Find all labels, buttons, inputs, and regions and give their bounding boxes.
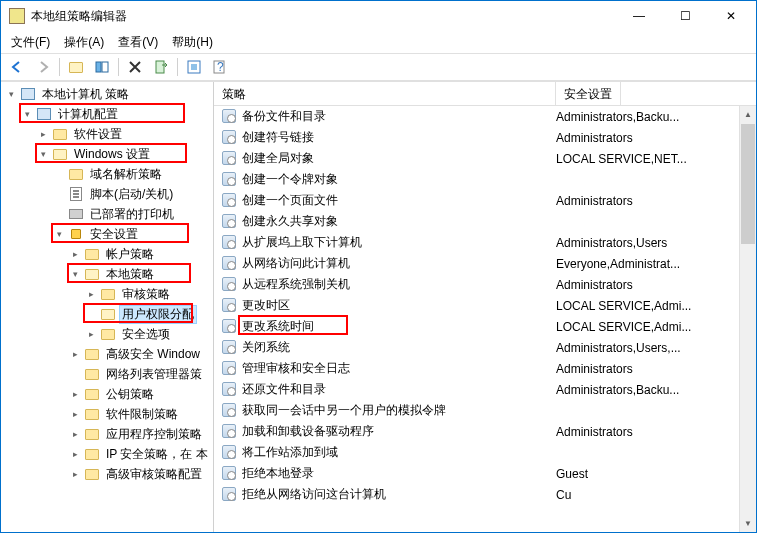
list-row[interactable]: 创建一个页面文件Administrators bbox=[214, 190, 756, 211]
tree-item[interactable]: ▾安全设置 bbox=[1, 224, 213, 244]
list-row[interactable]: 从网络访问此计算机Everyone,Administrat... bbox=[214, 253, 756, 274]
policy-name: 更改时区 bbox=[242, 297, 290, 314]
list-row[interactable]: 创建全局对象LOCAL SERVICE,NET... bbox=[214, 148, 756, 169]
expand-icon[interactable]: ▾ bbox=[53, 228, 65, 240]
tree-item[interactable]: ▸公钥策略 bbox=[1, 384, 213, 404]
up-icon[interactable] bbox=[64, 56, 88, 78]
expand-icon[interactable]: ▸ bbox=[69, 448, 81, 460]
expand-icon[interactable]: ▾ bbox=[5, 88, 17, 100]
list-row[interactable]: 还原文件和目录Administrators,Backu... bbox=[214, 379, 756, 400]
menu-file[interactable]: 文件(F) bbox=[5, 32, 56, 53]
scroll-down-icon[interactable]: ▼ bbox=[740, 515, 756, 532]
list-row[interactable]: 创建一个令牌对象 bbox=[214, 169, 756, 190]
expand-icon[interactable]: ▸ bbox=[85, 288, 97, 300]
tree-item[interactable]: ▸帐户策略 bbox=[1, 244, 213, 264]
tree-item[interactable]: 网络列表管理器策 bbox=[1, 364, 213, 384]
export-icon[interactable] bbox=[149, 56, 173, 78]
tree-item[interactable]: ▸软件限制策略 bbox=[1, 404, 213, 424]
policy-name: 拒绝本地登录 bbox=[242, 465, 314, 482]
expand-icon[interactable]: ▸ bbox=[85, 328, 97, 340]
toolbar-separator bbox=[118, 58, 119, 76]
list-body[interactable]: 备份文件和目录Administrators,Backu...创建符号链接Admi… bbox=[214, 106, 756, 532]
tree-item[interactable]: ▸高级审核策略配置 bbox=[1, 464, 213, 484]
column-header-security[interactable]: 安全设置 bbox=[556, 82, 621, 105]
minimize-button[interactable]: — bbox=[616, 2, 662, 30]
security-setting: Administrators,Users,... bbox=[556, 341, 756, 355]
expand-icon[interactable]: ▾ bbox=[21, 108, 33, 120]
scroll-up-icon[interactable]: ▲ bbox=[740, 106, 756, 123]
tree-item[interactable]: ▸安全选项 bbox=[1, 324, 213, 344]
expand-icon[interactable]: ▸ bbox=[69, 348, 81, 360]
vertical-scrollbar[interactable]: ▲ ▼ bbox=[739, 106, 756, 532]
tree-item-label: 软件限制策略 bbox=[103, 405, 181, 424]
security-setting: Administrators,Users bbox=[556, 236, 756, 250]
tree-item[interactable]: 域名解析策略 bbox=[1, 164, 213, 184]
list-row[interactable]: 更改时区LOCAL SERVICE,Admi... bbox=[214, 295, 756, 316]
security-setting: LOCAL SERVICE,NET... bbox=[556, 152, 756, 166]
policy-icon bbox=[222, 109, 238, 125]
tree-item[interactable]: ▾Windows 设置 bbox=[1, 144, 213, 164]
list-row[interactable]: 创建符号链接Administrators bbox=[214, 127, 756, 148]
expand-icon[interactable]: ▸ bbox=[69, 428, 81, 440]
delete-icon[interactable] bbox=[123, 56, 147, 78]
tree-item[interactable]: ▸审核策略 bbox=[1, 284, 213, 304]
refresh-icon[interactable] bbox=[182, 56, 206, 78]
tree-item-label: 脚本(启动/关机) bbox=[87, 185, 176, 204]
tree-item[interactable]: ▾本地策略 bbox=[1, 264, 213, 284]
list-row[interactable]: 从远程系统强制关机Administrators bbox=[214, 274, 756, 295]
policy-name: 从网络访问此计算机 bbox=[242, 255, 350, 272]
expand-icon[interactable]: ▸ bbox=[69, 468, 81, 480]
policy-icon bbox=[222, 172, 238, 188]
help-icon[interactable]: ? bbox=[208, 56, 232, 78]
show-hide-tree-icon[interactable] bbox=[90, 56, 114, 78]
list-row[interactable]: 创建永久共享对象 bbox=[214, 211, 756, 232]
close-button[interactable]: ✕ bbox=[708, 2, 754, 30]
list-row[interactable]: 将工作站添加到域 bbox=[214, 442, 756, 463]
forward-arrow-icon[interactable] bbox=[31, 56, 55, 78]
tree-item[interactable]: ▸IP 安全策略，在 本 bbox=[1, 444, 213, 464]
expand-icon[interactable]: ▾ bbox=[37, 148, 49, 160]
tree-item[interactable]: ▸软件设置 bbox=[1, 124, 213, 144]
list-row[interactable]: 关闭系统Administrators,Users,... bbox=[214, 337, 756, 358]
list-row[interactable]: 备份文件和目录Administrators,Backu... bbox=[214, 106, 756, 127]
list-row[interactable]: 拒绝从网络访问这台计算机Cu bbox=[214, 484, 756, 505]
policy-icon bbox=[222, 214, 238, 230]
script-icon bbox=[68, 186, 84, 202]
expand-icon[interactable]: ▾ bbox=[69, 268, 81, 280]
tree-item[interactable]: 用户权限分配 bbox=[1, 304, 213, 324]
policy-name: 管理审核和安全日志 bbox=[242, 360, 350, 377]
list-row[interactable]: 更改系统时间LOCAL SERVICE,Admi... bbox=[214, 316, 756, 337]
tree-item[interactable]: ▸应用程序控制策略 bbox=[1, 424, 213, 444]
app-icon bbox=[9, 8, 25, 24]
policy-name: 创建一个页面文件 bbox=[242, 192, 338, 209]
back-arrow-icon[interactable] bbox=[5, 56, 29, 78]
expand-icon[interactable]: ▸ bbox=[69, 388, 81, 400]
tree-panel[interactable]: ▾本地计算机 策略▾计算机配置▸软件设置▾Windows 设置域名解析策略脚本(… bbox=[1, 82, 214, 532]
list-row[interactable]: 管理审核和安全日志Administrators bbox=[214, 358, 756, 379]
list-row[interactable]: 从扩展坞上取下计算机Administrators,Users bbox=[214, 232, 756, 253]
folder-icon bbox=[84, 346, 100, 362]
scroll-thumb[interactable] bbox=[741, 124, 755, 244]
expand-icon[interactable]: ▸ bbox=[69, 248, 81, 260]
tree-item[interactable]: ▾计算机配置 bbox=[1, 104, 213, 124]
column-header-policy[interactable]: 策略 bbox=[214, 82, 556, 105]
tree-item[interactable]: ▸高级安全 Window bbox=[1, 344, 213, 364]
toolbar-separator bbox=[177, 58, 178, 76]
list-row[interactable]: 获取同一会话中另一个用户的模拟令牌 bbox=[214, 400, 756, 421]
expand-icon[interactable]: ▸ bbox=[37, 128, 49, 140]
expand-icon[interactable]: ▸ bbox=[69, 408, 81, 420]
maximize-button[interactable]: ☐ bbox=[662, 2, 708, 30]
list-row[interactable]: 拒绝本地登录Guest bbox=[214, 463, 756, 484]
policy-name: 更改系统时间 bbox=[242, 318, 314, 335]
menu-help[interactable]: 帮助(H) bbox=[166, 32, 219, 53]
tree-item[interactable]: 已部署的打印机 bbox=[1, 204, 213, 224]
list-row[interactable]: 加载和卸载设备驱动程序Administrators bbox=[214, 421, 756, 442]
tree-item-label: 帐户策略 bbox=[103, 245, 157, 264]
menu-action[interactable]: 操作(A) bbox=[58, 32, 110, 53]
expand-icon bbox=[85, 308, 97, 320]
policy-icon bbox=[222, 466, 238, 482]
tree-item[interactable]: 脚本(启动/关机) bbox=[1, 184, 213, 204]
toolbar-separator bbox=[59, 58, 60, 76]
menu-view[interactable]: 查看(V) bbox=[112, 32, 164, 53]
tree-item[interactable]: ▾本地计算机 策略 bbox=[1, 84, 213, 104]
